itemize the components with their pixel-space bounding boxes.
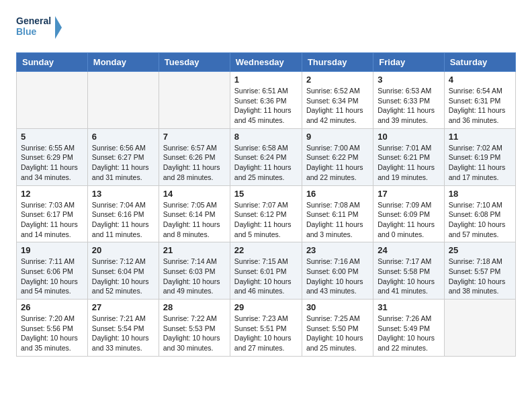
day-number: 25 (449, 245, 511, 255)
day-number: 8 (234, 132, 298, 142)
cell-info: Sunrise: 6:53 AMSunset: 6:33 PMDaylight:… (378, 86, 439, 126)
svg-text:General: General (16, 15, 51, 26)
cell-info: Sunrise: 6:51 AMSunset: 6:36 PMDaylight:… (234, 86, 298, 126)
day-number: 27 (92, 302, 154, 312)
cell-info: Sunrise: 7:02 AMSunset: 6:19 PMDaylight:… (449, 143, 511, 183)
day-number: 2 (306, 75, 369, 85)
weekday-header-row: SundayMondayTuesdayWednesdayThursdayFrid… (17, 53, 516, 72)
calendar-cell (159, 72, 230, 129)
header: General Blue (16, 13, 516, 42)
calendar-cell: 6Sunrise: 6:56 AMSunset: 6:27 PMDaylight… (87, 128, 159, 185)
cell-info: Sunrise: 7:12 AMSunset: 6:04 PMDaylight:… (92, 257, 154, 296)
cell-info: Sunrise: 7:16 AMSunset: 6:00 PMDaylight:… (306, 257, 369, 296)
calendar-cell: 22Sunrise: 7:15 AMSunset: 6:01 PMDayligh… (230, 242, 302, 300)
cell-info: Sunrise: 7:22 AMSunset: 5:53 PMDaylight:… (163, 314, 226, 353)
cell-info: Sunrise: 7:17 AMSunset: 5:58 PMDaylight:… (378, 257, 439, 296)
weekday-header: Tuesday (159, 53, 230, 72)
cell-info: Sunrise: 7:21 AMSunset: 5:54 PMDaylight:… (92, 314, 154, 353)
cell-info: Sunrise: 7:20 AMSunset: 5:56 PMDaylight:… (21, 314, 83, 353)
day-number: 31 (378, 302, 439, 312)
calendar-week-row: 26Sunrise: 7:20 AMSunset: 5:56 PMDayligh… (17, 300, 516, 357)
day-number: 30 (306, 302, 369, 312)
cell-info: Sunrise: 7:07 AMSunset: 6:12 PMDaylight:… (234, 200, 298, 240)
calendar-cell: 20Sunrise: 7:12 AMSunset: 6:04 PMDayligh… (87, 242, 159, 300)
cell-info: Sunrise: 6:57 AMSunset: 6:26 PMDaylight:… (163, 143, 226, 183)
calendar-cell: 9Sunrise: 7:00 AMSunset: 6:22 PMDaylight… (302, 128, 373, 185)
calendar-cell: 1Sunrise: 6:51 AMSunset: 6:36 PMDaylight… (230, 72, 302, 129)
cell-info: Sunrise: 6:55 AMSunset: 6:29 PMDaylight:… (21, 143, 83, 183)
day-number: 21 (163, 245, 226, 255)
cell-info: Sunrise: 6:52 AMSunset: 6:34 PMDaylight:… (306, 86, 369, 126)
calendar: SundayMondayTuesdayWednesdayThursdayFrid… (16, 52, 516, 357)
day-number: 23 (306, 245, 369, 255)
cell-info: Sunrise: 7:10 AMSunset: 6:08 PMDaylight:… (449, 200, 511, 240)
day-number: 24 (378, 245, 439, 255)
weekday-header: Friday (373, 53, 444, 72)
calendar-week-row: 5Sunrise: 6:55 AMSunset: 6:29 PMDaylight… (17, 128, 516, 185)
day-number: 7 (163, 132, 226, 142)
cell-info: Sunrise: 7:04 AMSunset: 6:16 PMDaylight:… (92, 200, 154, 240)
day-number: 14 (163, 189, 226, 199)
day-number: 26 (21, 302, 83, 312)
cell-info: Sunrise: 7:15 AMSunset: 6:01 PMDaylight:… (234, 257, 298, 296)
cell-info: Sunrise: 7:01 AMSunset: 6:21 PMDaylight:… (378, 143, 439, 183)
calendar-cell: 30Sunrise: 7:25 AMSunset: 5:50 PMDayligh… (302, 300, 373, 357)
cell-info: Sunrise: 7:25 AMSunset: 5:50 PMDaylight:… (306, 314, 369, 353)
calendar-cell: 2Sunrise: 6:52 AMSunset: 6:34 PMDaylight… (302, 72, 373, 129)
weekday-header: Sunday (17, 53, 88, 72)
calendar-cell: 23Sunrise: 7:16 AMSunset: 6:00 PMDayligh… (302, 242, 373, 300)
day-number: 22 (234, 245, 298, 255)
day-number: 29 (234, 302, 298, 312)
day-number: 17 (378, 189, 439, 199)
weekday-header: Thursday (302, 53, 373, 72)
cell-info: Sunrise: 7:05 AMSunset: 6:14 PMDaylight:… (163, 200, 226, 240)
cell-info: Sunrise: 7:14 AMSunset: 6:03 PMDaylight:… (163, 257, 226, 296)
day-number: 4 (449, 75, 511, 85)
weekday-header: Saturday (444, 53, 515, 72)
logo: General Blue (16, 13, 63, 42)
day-number: 16 (306, 189, 369, 199)
cell-info: Sunrise: 6:56 AMSunset: 6:27 PMDaylight:… (92, 143, 154, 183)
calendar-cell: 21Sunrise: 7:14 AMSunset: 6:03 PMDayligh… (159, 242, 230, 300)
calendar-cell: 10Sunrise: 7:01 AMSunset: 6:21 PMDayligh… (373, 128, 444, 185)
calendar-cell (17, 72, 88, 129)
cell-info: Sunrise: 7:08 AMSunset: 6:11 PMDaylight:… (306, 200, 369, 240)
cell-info: Sunrise: 7:03 AMSunset: 6:17 PMDaylight:… (21, 200, 83, 240)
svg-marker-2 (55, 16, 62, 39)
cell-info: Sunrise: 7:18 AMSunset: 5:57 PMDaylight:… (449, 257, 511, 296)
calendar-cell: 8Sunrise: 6:58 AMSunset: 6:24 PMDaylight… (230, 128, 302, 185)
day-number: 1 (234, 75, 298, 85)
calendar-cell: 15Sunrise: 7:07 AMSunset: 6:12 PMDayligh… (230, 185, 302, 242)
day-number: 6 (92, 132, 154, 142)
weekday-header: Monday (87, 53, 159, 72)
calendar-cell: 7Sunrise: 6:57 AMSunset: 6:26 PMDaylight… (159, 128, 230, 185)
calendar-cell (87, 72, 159, 129)
calendar-cell: 14Sunrise: 7:05 AMSunset: 6:14 PMDayligh… (159, 185, 230, 242)
calendar-cell: 17Sunrise: 7:09 AMSunset: 6:09 PMDayligh… (373, 185, 444, 242)
calendar-cell: 5Sunrise: 6:55 AMSunset: 6:29 PMDaylight… (17, 128, 88, 185)
cell-info: Sunrise: 7:23 AMSunset: 5:51 PMDaylight:… (234, 314, 298, 353)
calendar-cell: 12Sunrise: 7:03 AMSunset: 6:17 PMDayligh… (17, 185, 88, 242)
day-number: 5 (21, 132, 83, 142)
calendar-cell: 11Sunrise: 7:02 AMSunset: 6:19 PMDayligh… (444, 128, 515, 185)
day-number: 12 (21, 189, 83, 199)
day-number: 11 (449, 132, 511, 142)
calendar-cell: 31Sunrise: 7:26 AMSunset: 5:49 PMDayligh… (373, 300, 444, 357)
cell-info: Sunrise: 7:09 AMSunset: 6:09 PMDaylight:… (378, 200, 439, 240)
day-number: 20 (92, 245, 154, 255)
calendar-cell: 29Sunrise: 7:23 AMSunset: 5:51 PMDayligh… (230, 300, 302, 357)
day-number: 28 (163, 302, 226, 312)
day-number: 19 (21, 245, 83, 255)
calendar-week-row: 1Sunrise: 6:51 AMSunset: 6:36 PMDaylight… (17, 72, 516, 129)
calendar-cell: 13Sunrise: 7:04 AMSunset: 6:16 PMDayligh… (87, 185, 159, 242)
weekday-header: Wednesday (230, 53, 302, 72)
cell-info: Sunrise: 6:54 AMSunset: 6:31 PMDaylight:… (449, 86, 511, 126)
day-number: 13 (92, 189, 154, 199)
calendar-cell: 19Sunrise: 7:11 AMSunset: 6:06 PMDayligh… (17, 242, 88, 300)
calendar-cell: 24Sunrise: 7:17 AMSunset: 5:58 PMDayligh… (373, 242, 444, 300)
calendar-cell: 26Sunrise: 7:20 AMSunset: 5:56 PMDayligh… (17, 300, 88, 357)
calendar-cell: 16Sunrise: 7:08 AMSunset: 6:11 PMDayligh… (302, 185, 373, 242)
calendar-cell: 4Sunrise: 6:54 AMSunset: 6:31 PMDaylight… (444, 72, 515, 129)
calendar-cell: 18Sunrise: 7:10 AMSunset: 6:08 PMDayligh… (444, 185, 515, 242)
day-number: 10 (378, 132, 439, 142)
